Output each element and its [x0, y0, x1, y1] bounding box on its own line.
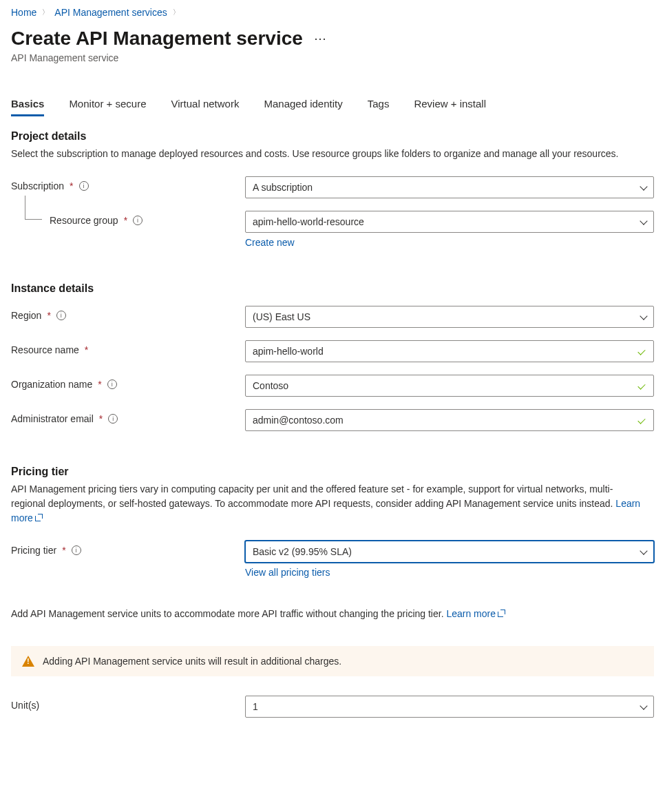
subscription-select[interactable]: A subscription: [245, 176, 654, 198]
warning-icon: [22, 656, 34, 667]
check-icon: [637, 381, 646, 391]
region-value: (US) East US: [253, 311, 634, 322]
info-icon[interactable]: i: [56, 311, 66, 320]
warning-banner: Adding API Management service units will…: [11, 646, 654, 676]
chevron-down-icon: [640, 703, 646, 710]
required-indicator: *: [99, 413, 103, 424]
warning-text: Adding API Management service units will…: [43, 656, 341, 667]
tabs: Basics Monitor + secure Virtual network …: [11, 94, 654, 116]
resource-name-value: apim-hello-world: [253, 346, 631, 357]
view-all-pricing-tiers-link[interactable]: View all pricing tiers: [245, 567, 330, 578]
tab-managed-identity[interactable]: Managed identity: [264, 94, 342, 116]
learn-more-units-link[interactable]: Learn more: [446, 608, 505, 619]
chevron-down-icon: [640, 313, 646, 320]
info-icon[interactable]: i: [108, 414, 118, 424]
units-description: Add API Management service units to acco…: [11, 607, 644, 621]
tab-basics[interactable]: Basics: [11, 94, 44, 116]
resource-name-label: Resource name: [11, 344, 79, 355]
chevron-down-icon: [640, 218, 646, 225]
check-icon: [637, 346, 646, 356]
breadcrumb-home[interactable]: Home: [11, 7, 36, 18]
resource-name-input[interactable]: apim-hello-world: [245, 340, 654, 362]
required-indicator: *: [85, 344, 88, 355]
subscription-value: A subscription: [253, 182, 634, 193]
units-label: Unit(s): [11, 700, 39, 711]
pricing-tier-label: Pricing tier: [11, 545, 56, 556]
chevron-down-icon: [640, 548, 646, 555]
region-select[interactable]: (US) East US: [245, 306, 654, 328]
external-link-icon: [498, 610, 505, 617]
units-select[interactable]: 1: [245, 696, 654, 718]
administrator-email-value: admin@contoso.com: [253, 415, 631, 426]
info-icon[interactable]: i: [72, 545, 81, 555]
region-label: Region: [11, 310, 41, 321]
breadcrumb-service-list[interactable]: API Management services: [54, 7, 167, 18]
chevron-right-icon: 〉: [42, 8, 49, 17]
pricing-tier-select[interactable]: Basic v2 (99.95% SLA): [245, 541, 654, 563]
resource-group-label: Resource group: [50, 215, 118, 226]
info-icon[interactable]: i: [107, 379, 117, 389]
chevron-right-icon: 〉: [173, 8, 180, 17]
section-project-details: Project details: [11, 130, 654, 143]
tab-monitor-secure[interactable]: Monitor + secure: [69, 94, 146, 116]
organization-name-value: Contoso: [253, 380, 631, 391]
required-indicator: *: [47, 310, 50, 321]
subscription-label: Subscription: [11, 180, 64, 191]
units-value: 1: [253, 701, 634, 712]
resource-group-select[interactable]: apim-hello-world-resource: [245, 211, 654, 233]
info-icon[interactable]: i: [133, 216, 142, 225]
section-instance-details: Instance details: [11, 282, 654, 295]
more-actions-icon[interactable]: ⋯: [314, 31, 328, 46]
create-new-link[interactable]: Create new: [245, 237, 295, 248]
tab-review-install[interactable]: Review + install: [414, 94, 486, 116]
project-details-description: Select the subscription to manage deploy…: [11, 147, 644, 161]
administrator-email-input[interactable]: admin@contoso.com: [245, 409, 654, 431]
breadcrumb: Home 〉 API Management services 〉: [11, 6, 654, 28]
required-indicator: *: [62, 545, 65, 556]
check-icon: [637, 415, 646, 425]
required-indicator: *: [98, 379, 101, 390]
administrator-email-label: Administrator email: [11, 413, 94, 424]
info-icon[interactable]: i: [79, 181, 89, 191]
resource-group-value: apim-hello-world-resource: [253, 216, 634, 227]
organization-name-label: Organization name: [11, 379, 92, 390]
tab-tags[interactable]: Tags: [368, 94, 390, 116]
page-title: Create API Management service: [11, 28, 303, 50]
chevron-down-icon: [640, 184, 646, 191]
external-link-icon: [35, 514, 42, 521]
required-indicator: *: [70, 180, 73, 191]
pricing-tier-value: Basic v2 (99.95% SLA): [253, 546, 634, 557]
page-subtitle: API Management service: [11, 52, 654, 63]
organization-name-input[interactable]: Contoso: [245, 375, 654, 397]
tab-virtual-network[interactable]: Virtual network: [171, 94, 240, 116]
pricing-tier-description: API Management pricing tiers vary in com…: [11, 482, 644, 525]
section-pricing-tier: Pricing tier: [11, 466, 654, 478]
required-indicator: *: [124, 215, 127, 226]
